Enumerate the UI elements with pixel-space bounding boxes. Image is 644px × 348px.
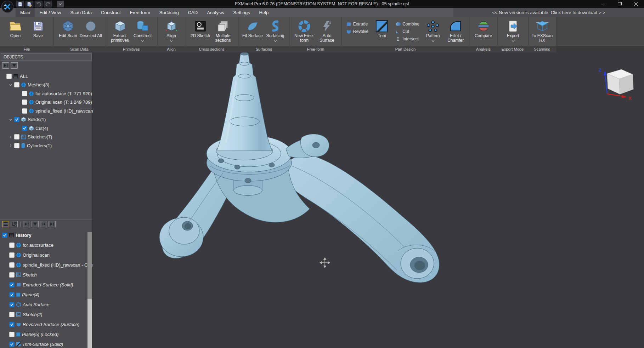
minimize-button[interactable] xyxy=(595,0,611,8)
ribbon-button-combine[interactable]: Combine xyxy=(395,21,419,27)
menu-tab-scan-data[interactable]: Scan Data xyxy=(66,8,96,17)
chevron-down-icon[interactable] xyxy=(9,118,13,121)
qa-save-as-button[interactable] xyxy=(26,1,33,7)
tree-item-auto-surface[interactable]: Auto Surface xyxy=(0,299,92,309)
ribbon-button-auto-surface[interactable]: Auto Surface xyxy=(316,18,338,46)
ribbon-button-extrude[interactable]: Extrude xyxy=(346,21,368,27)
chevron-down-icon[interactable] xyxy=(9,83,13,87)
app-logo[interactable] xyxy=(1,0,14,15)
tree-item-cut-4[interactable]: Cut(4) xyxy=(0,124,92,133)
tree-item-sketch-2[interactable]: Sketch(2) xyxy=(0,309,92,319)
ribbon-button-trim[interactable]: Trim xyxy=(371,18,393,46)
play-button[interactable] xyxy=(2,62,9,69)
ribbon-button-deselect-all[interactable]: Deselect All xyxy=(79,18,102,46)
filter-button[interactable] xyxy=(32,221,39,227)
tree-item-extruded-surface-solid[interactable]: Extruded-Surface (Solid) xyxy=(0,280,92,290)
menu-tab-analysis[interactable]: Analysis xyxy=(202,8,228,17)
orientation-cube[interactable]: Z X xyxy=(599,67,633,101)
checkbox[interactable] xyxy=(22,108,27,114)
tree-item-all[interactable]: ALL xyxy=(0,72,92,81)
tree-view-button[interactable] xyxy=(11,221,18,227)
checkbox[interactable] xyxy=(9,243,15,248)
list-view-button[interactable] xyxy=(2,221,9,227)
checkbox[interactable] xyxy=(22,126,27,131)
ribbon-button-surfacing[interactable]: Surfacing xyxy=(264,18,287,46)
menu-tab-surfacing[interactable]: Surfacing xyxy=(155,8,183,17)
tree-item-plane-4[interactable]: Plane(4) xyxy=(0,290,92,299)
menu-tab-main[interactable]: Main xyxy=(16,8,35,17)
update-notice-link[interactable]: << New version is available. Click here … xyxy=(453,8,644,17)
checkbox[interactable] xyxy=(9,282,15,287)
checkbox[interactable] xyxy=(14,143,19,148)
tree-item-sketches-7[interactable]: Sketches(7) xyxy=(0,133,92,142)
qa-save-button[interactable] xyxy=(16,1,24,7)
menu-tab-edit-view[interactable]: Edit / View xyxy=(35,8,66,17)
ribbon-button-2d-sketch[interactable]: 2D Sketch xyxy=(189,18,212,46)
ribbon-button-compare[interactable]: Compare xyxy=(472,18,495,46)
ribbon-button-save[interactable]: Save xyxy=(27,18,50,46)
menu-tab-help[interactable]: Help xyxy=(255,8,273,17)
restore-button[interactable] xyxy=(611,0,628,8)
scrollbar-thumb[interactable] xyxy=(87,232,92,299)
ribbon-button-open[interactable]: Open xyxy=(4,18,27,46)
tree-item-for-autosurface-t-771-920[interactable]: for autosurface (T: 771 920) xyxy=(0,89,92,98)
ribbon-button-to-exscan-hx[interactable]: To EXScan HX xyxy=(531,18,554,46)
tree-item-solids-1[interactable]: Solids(1) xyxy=(0,115,92,124)
chevron-right-icon[interactable] xyxy=(9,144,13,147)
menu-tab-cad[interactable]: CAD xyxy=(183,8,202,17)
tree-item-trim-surface-solid[interactable]: Trim-Surface (Solid) xyxy=(0,339,92,348)
ribbon-button-fillet-chamfer[interactable]: Fillet / Chamfer xyxy=(444,18,467,46)
ribbon-button-export[interactable]: Export xyxy=(502,18,524,46)
ribbon-button-revolve[interactable]: Revolve xyxy=(346,28,368,34)
play-button[interactable] xyxy=(23,221,30,227)
checkbox[interactable] xyxy=(2,233,7,238)
ribbon-button-construct[interactable]: Construct xyxy=(131,18,154,46)
checkbox[interactable] xyxy=(9,322,15,327)
checkbox[interactable] xyxy=(9,302,15,307)
tree-item-spindle-fixed-hd-rawscan-copy[interactable]: spindle_fixed (HD)_rawscan - Copy xyxy=(0,107,92,115)
menu-tab-free-form[interactable]: Free-form xyxy=(125,8,155,17)
checkbox[interactable] xyxy=(14,82,19,87)
checkbox[interactable] xyxy=(9,292,15,297)
checkbox[interactable] xyxy=(9,252,15,258)
redo-button[interactable] xyxy=(44,1,52,7)
checkbox[interactable] xyxy=(14,117,19,122)
ribbon-button-intersect[interactable]: Intersect xyxy=(395,36,419,42)
filter-button[interactable] xyxy=(11,62,18,69)
skip-start-button[interactable] xyxy=(40,221,47,227)
checkbox[interactable] xyxy=(9,312,15,317)
tree-item-original-scan[interactable]: Original scan xyxy=(0,250,92,260)
tree-item-meshes-3[interactable]: Meshes(3) xyxy=(0,81,92,90)
tree-item-plane-5-locked[interactable]: Plane(5) (Locked) xyxy=(0,329,92,339)
tree-item-history[interactable]: History xyxy=(0,230,92,240)
menu-tab-construct[interactable]: Construct xyxy=(96,8,125,17)
tree-item-cylinders-1[interactable]: Cylinders(1) xyxy=(0,141,92,150)
checkbox[interactable] xyxy=(6,74,12,79)
checkbox[interactable] xyxy=(9,272,15,278)
checkbox[interactable] xyxy=(14,134,19,139)
history-scrollbar[interactable] xyxy=(87,232,92,348)
ribbon-button-new-free-form[interactable]: New Free-form xyxy=(293,18,316,46)
skip-end-button[interactable] xyxy=(49,221,56,227)
ribbon-button-extract-primitives[interactable]: Extract primitives xyxy=(109,18,131,46)
ribbon-button-fit-surface[interactable]: Fit Surface xyxy=(241,18,264,46)
ribbon-button-multiple-sections[interactable]: Multiple sections xyxy=(212,18,235,46)
customize-toolbar-dropdown[interactable] xyxy=(57,1,64,7)
checkbox[interactable] xyxy=(22,99,27,105)
checkbox[interactable] xyxy=(9,262,15,268)
menu-tab-settings[interactable]: Settings xyxy=(229,8,255,17)
tree-item-revolved-surface-surface[interactable]: Revolved-Surface (Surface) xyxy=(0,319,92,329)
ribbon-button-edit-scan[interactable]: Edit Scan xyxy=(57,18,79,46)
checkbox[interactable] xyxy=(9,332,15,337)
ribbon-button-align[interactable]: Align xyxy=(160,18,183,46)
chevron-right-icon[interactable] xyxy=(9,135,13,139)
tree-item-sketch[interactable]: Sketch xyxy=(0,270,92,280)
tree-item-for-autosurface[interactable]: for autosurface xyxy=(0,240,92,250)
ribbon-button-cut[interactable]: Cut xyxy=(395,28,419,34)
checkbox[interactable] xyxy=(22,91,27,96)
ribbon-button-pattern[interactable]: Pattern xyxy=(422,18,444,46)
undo-button[interactable] xyxy=(35,1,43,7)
close-button[interactable] xyxy=(628,0,644,8)
viewport-3d[interactable]: Z X xyxy=(93,52,644,348)
tree-item-spindle-fixed-hd-rawscan-copy[interactable]: spindle_fixed (HD)_rawscan - Copy xyxy=(0,260,92,270)
